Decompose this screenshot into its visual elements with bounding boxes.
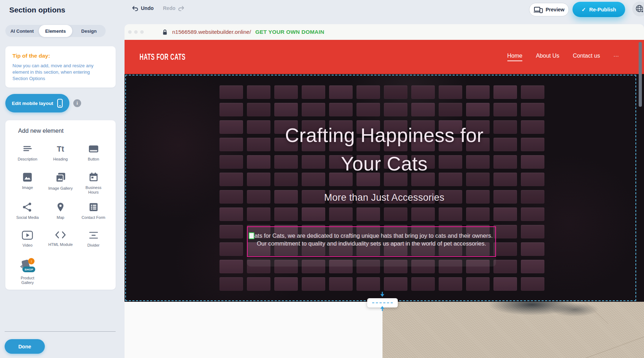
hero-paragraph-line1: Hats for Cats, we are dedicated to craft… (248, 232, 495, 239)
browser-scrollbar-thumb[interactable] (639, 42, 642, 107)
pavement-seam (536, 327, 644, 358)
nav-contact-us[interactable]: Contact us (573, 53, 600, 61)
add-element-product-gallery[interactable]: ↑ SHOP Product Gallery (11, 256, 44, 285)
add-element-image[interactable]: Image (11, 169, 44, 195)
add-element-image-gallery[interactable]: Image Gallery (44, 169, 77, 195)
add-element-heading[interactable]: Tt Heading (44, 141, 77, 165)
site-logo[interactable]: HATS FOR CATS (139, 52, 185, 62)
add-element-social-media[interactable]: Social Media (11, 199, 44, 223)
resize-dash-line (372, 302, 393, 303)
tab-ai-content[interactable]: AI Content (5, 25, 39, 37)
tab-elements[interactable]: Elements (39, 25, 72, 37)
hero-heading-line2: Your Cats (224, 149, 544, 178)
language-globe-button[interactable] (632, 1, 644, 16)
contact-form-icon (88, 202, 99, 212)
add-element-label: Social Media (16, 215, 39, 220)
add-element-label: Heading (53, 157, 68, 162)
upgrade-arrow-icon: ↑ (28, 258, 35, 264)
hero-heading[interactable]: Crafting Happiness for Your Cats (224, 121, 544, 178)
hero-subheading[interactable]: More than Just Accessories (224, 192, 544, 203)
heading-icon: Tt (55, 143, 66, 154)
done-button[interactable]: Done (5, 339, 45, 354)
page-title: Section options (9, 6, 65, 14)
divider-icon (88, 230, 99, 240)
add-element-html-module[interactable]: HTML Module (44, 227, 77, 252)
site-url[interactable]: n1566589.websitebuilder.online/ (172, 29, 251, 35)
shop-badge: SHOP (22, 267, 35, 272)
nav-more[interactable]: ... (613, 52, 619, 63)
site-header: HATS FOR CATS Home About Us Contact us .… (125, 40, 644, 74)
undo-icon (132, 6, 138, 11)
mobile-phone-icon (57, 99, 63, 108)
add-element-label: Product Gallery (15, 276, 40, 285)
browser-chrome: n1566589.websitebuilder.online/ GET YOUR… (125, 24, 644, 40)
add-element-title: Add new element (18, 127, 110, 134)
add-element-grid: Description Tt Heading Button Image Imag… (11, 141, 110, 285)
element-drag-handle[interactable] (249, 232, 254, 239)
republish-button[interactable]: ✓ Re-Publish (572, 2, 625, 17)
info-icon[interactable]: i (73, 99, 81, 107)
add-new-element-card: Add new element Description Tt Heading B… (5, 120, 116, 290)
hero-section[interactable]: Crafting Happiness for Your Cats More th… (125, 74, 644, 302)
get-domain-link[interactable]: GET YOUR OWN DOMAIN (255, 29, 324, 35)
description-icon (22, 143, 33, 154)
redo-label: Redo (163, 5, 175, 11)
add-element-label: Contact Form (81, 215, 105, 220)
add-element-label: Image (22, 185, 33, 190)
add-element-business-hours[interactable]: Business Hours (77, 169, 110, 195)
edit-mobile-label: Edit mobile layout (12, 101, 53, 106)
map-icon (56, 202, 65, 212)
browser-dot (134, 30, 138, 34)
browser-dot (128, 30, 132, 34)
tip-heading: Tip of the day: (12, 53, 109, 59)
tip-of-the-day-card: Tip of the day: Now you can add, move an… (5, 46, 116, 88)
social-media-icon (22, 202, 33, 212)
nav-about-us[interactable]: About Us (536, 53, 559, 61)
edit-mobile-layout-button[interactable]: Edit mobile layout (5, 94, 69, 112)
hero-heading-line1: Crafting Happiness for (224, 121, 544, 149)
devices-icon (534, 6, 543, 13)
browser-dot (140, 30, 144, 34)
add-element-description[interactable]: Description (11, 141, 44, 165)
add-element-label: Image Gallery (48, 186, 73, 191)
hero-paragraph-line2: Our commitment to quality and individual… (248, 239, 495, 247)
add-element-label: HTML Module (48, 242, 73, 247)
republish-label: Re-Publish (589, 7, 616, 12)
site-nav: Home About Us Contact us ... (507, 40, 619, 74)
next-section-photo (382, 302, 644, 358)
tip-body: Now you can add, move and resize any ele… (12, 63, 106, 82)
pavement-seam (577, 302, 608, 324)
add-element-divider[interactable]: Divider (77, 227, 110, 252)
image-gallery-icon (55, 172, 66, 183)
add-element-button[interactable]: Button (77, 141, 110, 165)
svg-text:Tt: Tt (57, 144, 64, 153)
video-icon (22, 230, 33, 240)
nav-home[interactable]: Home (507, 53, 523, 61)
undo-button[interactable]: Undo (132, 5, 154, 11)
preview-button[interactable]: Preview (529, 3, 569, 16)
lock-icon (162, 29, 168, 35)
image-icon (22, 172, 33, 183)
add-element-label: Video (22, 243, 32, 248)
next-section-background (125, 302, 382, 358)
preview-label: Preview (546, 7, 565, 12)
element-hover-highlight (247, 258, 496, 267)
add-element-label: Button (88, 157, 99, 162)
panel-tabs: AI Content Elements Design (5, 25, 106, 37)
redo-button[interactable]: Redo (163, 5, 185, 11)
add-element-label: Description (18, 157, 37, 162)
undo-label: Undo (141, 5, 154, 11)
resize-arrow-up-icon (380, 306, 385, 311)
product-gallery-icon: ↑ SHOP (20, 259, 35, 273)
add-element-map[interactable]: Map (44, 199, 77, 223)
add-element-label: Map (57, 215, 64, 220)
tab-design[interactable]: Design (72, 25, 106, 37)
panel-divider (5, 331, 116, 332)
add-element-video[interactable]: Video (11, 227, 44, 252)
add-element-label: Divider (88, 243, 100, 248)
add-element-label: Business Hours (81, 185, 106, 195)
add-element-contact-form[interactable]: Contact Form (77, 199, 110, 223)
hero-paragraph-element[interactable]: Hats for Cats, we are dedicated to craft… (247, 226, 496, 257)
browser-traffic-dots (128, 30, 144, 34)
html-module-icon (55, 230, 66, 239)
